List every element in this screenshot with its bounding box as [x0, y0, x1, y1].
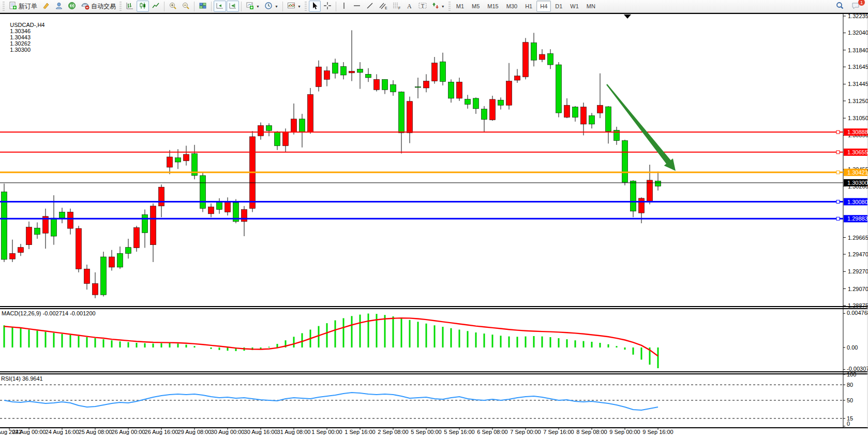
price-axis[interactable]: 1.322351.320401.318401.316451.314451.312…: [843, 13, 868, 309]
symbol-period-label: USDCAD-,H4: [10, 22, 44, 28]
timeframe-button-m30[interactable]: M30: [503, 1, 521, 12]
timeframe-button-m5[interactable]: M5: [468, 1, 483, 12]
candle-body: [564, 105, 570, 117]
arrows-icon: [432, 2, 439, 11]
periods-button[interactable]: ▼: [262, 1, 280, 12]
timeframe-button-mn[interactable]: MN: [583, 1, 599, 12]
svg-text:1.29070: 1.29070: [848, 286, 868, 292]
search-button[interactable]: [833, 1, 846, 12]
candle-body: [35, 228, 40, 234]
new-chart-button[interactable]: ▼: [244, 1, 262, 12]
horizontal-line-button[interactable]: [351, 1, 363, 12]
auto-scroll-button[interactable]: [214, 1, 226, 12]
svg-text:50: 50: [847, 397, 853, 403]
toolbar-grip: [448, 2, 451, 11]
chart-canvas[interactable]: 1.322351.320401.318401.316451.314451.312…: [0, 0, 868, 435]
toolbar-grip: [3, 2, 5, 11]
candle-body: [432, 63, 438, 81]
text-label-button[interactable]: T: [416, 1, 429, 12]
time-label: 9 Sep 00:00: [609, 429, 640, 435]
mt4-terminal: 新订单 自动交易: [0, 0, 868, 435]
indicators-icon: [287, 2, 295, 11]
time-label: 30 Aug 00:00: [211, 429, 245, 435]
time-label: 5 Sep 00:00: [411, 429, 441, 435]
candle-body: [126, 248, 131, 254]
toolbar-separator: [282, 2, 283, 11]
rsi-panel: 1008050150: [0, 371, 856, 427]
horizontal-line-icon: [353, 2, 361, 11]
fibonacci-button[interactable]: F: [390, 1, 403, 12]
broadcast-button[interactable]: [66, 1, 78, 12]
zoom-in-button[interactable]: [167, 1, 179, 12]
time-axis[interactable]: Aug 202224 Aug 00:0024 Aug 16:0025 Aug 0…: [0, 428, 674, 435]
chart-shift-button[interactable]: [227, 1, 239, 12]
line-chart-icon: [152, 2, 160, 11]
macd-indicator-label: MACD(12,26,9) -0.002714 -0.001200: [2, 310, 96, 316]
indicators-button[interactable]: ▼: [285, 1, 303, 12]
candlestick-chart-icon: [139, 2, 147, 11]
candle-body: [548, 53, 553, 65]
line-handle[interactable]: [836, 130, 840, 134]
equidistant-channel-button[interactable]: E: [377, 1, 390, 12]
candle-body: [300, 119, 305, 132]
candlesticks: [2, 30, 661, 298]
bar-chart-button[interactable]: [124, 1, 136, 12]
line-handle[interactable]: [836, 200, 840, 204]
vertical-line-button[interactable]: [338, 1, 350, 12]
new-order-icon: [9, 2, 17, 11]
macd-signal-line: [4, 318, 658, 356]
candle-body: [581, 107, 587, 124]
line-handle[interactable]: [836, 151, 840, 154]
chevron-down-icon: ▼: [275, 5, 278, 8]
time-label: 29 Aug 08:00: [178, 429, 212, 435]
line-chart-button[interactable]: [149, 1, 162, 12]
svg-text:0: 0: [847, 421, 850, 427]
new-order-button[interactable]: 新订单: [7, 1, 39, 12]
crosshair-button[interactable]: [321, 1, 334, 12]
arrows-button[interactable]: ▼: [430, 1, 447, 12]
time-label: 26 Aug 16:00: [145, 429, 178, 435]
rsi-indicator-label: RSI(14) 36.9641: [1, 375, 43, 382]
text-button[interactable]: A: [403, 1, 415, 12]
timeframe-button-m15[interactable]: M15: [484, 1, 502, 12]
cursor-button[interactable]: [309, 1, 321, 12]
timeframe-button-m1[interactable]: M1: [453, 1, 468, 12]
candle-body: [415, 86, 421, 88]
candle-body: [597, 105, 603, 113]
tile-windows-button[interactable]: [197, 1, 209, 12]
candlestick-chart-button[interactable]: [137, 1, 149, 12]
vertical-line-icon: [341, 2, 347, 11]
candle-body: [159, 187, 164, 206]
candle-body: [184, 154, 189, 161]
highlighter-button[interactable]: [40, 1, 52, 12]
trendline-button[interactable]: [364, 1, 376, 12]
timeframe-button-h4[interactable]: H4: [536, 1, 551, 12]
profile-button[interactable]: [53, 1, 65, 12]
zoom-in-icon: [169, 2, 177, 11]
zoom-out-icon: [182, 2, 190, 11]
candle-body: [101, 257, 107, 295]
candle-body: [366, 74, 371, 78]
horizontal-lines[interactable]: 1.308881.306551.304211.303001.300801.298…: [0, 128, 868, 222]
toolbar-grip: [305, 2, 307, 11]
timeframe-button-h1[interactable]: H1: [521, 1, 536, 12]
candle-body: [382, 79, 388, 90]
chevron-down-icon: ▼: [297, 5, 301, 8]
candle-body: [349, 71, 355, 72]
candle-body: [606, 107, 611, 131]
line-handle[interactable]: [836, 171, 840, 174]
candle-body: [200, 176, 206, 209]
chevron-down-icon: ▼: [441, 5, 445, 8]
candle-body: [424, 81, 429, 88]
line-handle[interactable]: [836, 217, 840, 220]
zoom-out-button[interactable]: [179, 1, 192, 12]
quote-high: 1.30443: [10, 34, 31, 40]
timeframe-button-d1[interactable]: D1: [551, 1, 566, 12]
timeframe-button-w1[interactable]: W1: [566, 1, 582, 12]
chart-shift-marker[interactable]: [624, 15, 631, 19]
new-chart-icon: [246, 2, 254, 11]
notifications-button[interactable]: 1: [849, 1, 862, 12]
candle-body: [498, 100, 504, 105]
time-label: 25 Aug 08:00: [79, 429, 112, 435]
auto-trading-button[interactable]: 自动交易: [79, 1, 118, 12]
